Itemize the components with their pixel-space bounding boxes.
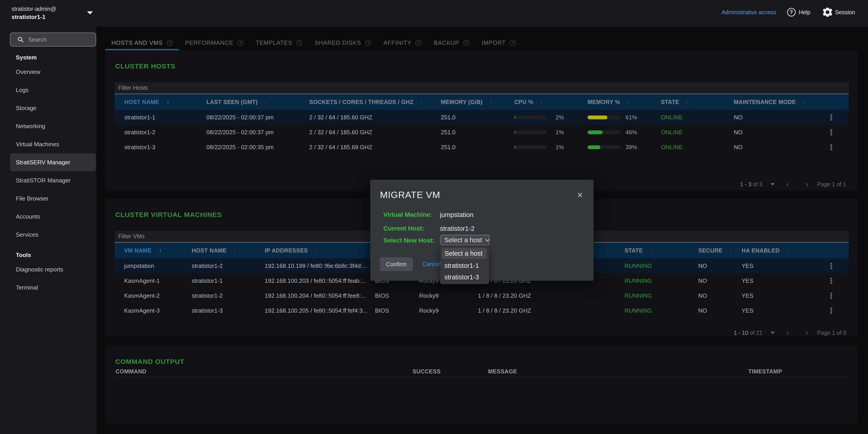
pagination-caret-icon[interactable] (771, 183, 775, 186)
host-row[interactable]: stratistor1-1 08/22/2025 - 02:00:37 pm 2… (115, 110, 849, 125)
vm-row[interactable]: KasmAgent-3 stratistor1-3 192.168.100.20… (115, 303, 849, 318)
col-maintenance-mode[interactable]: MAINTENANCE MODE↕ (734, 94, 805, 110)
next-page-icon[interactable]: › (805, 181, 809, 188)
row-actions-kebab-icon[interactable] (829, 140, 834, 155)
col-state[interactable]: STATE↕ (661, 94, 689, 110)
pagination-range[interactable]: 1 - 3 of 3 (740, 181, 763, 188)
tab-help-icon[interactable]: ? (167, 40, 173, 46)
col-vm-name[interactable]: VM NAME↑ (124, 243, 162, 258)
filter-hosts-input[interactable] (115, 82, 849, 94)
column-label: IP ADDRESSES (265, 247, 308, 254)
user-host-switcher[interactable]: stratistor-admin@ stratistor1-1 (0, 0, 96, 21)
col-command: COMMAND (116, 368, 147, 375)
column-label: VM NAME (124, 247, 152, 254)
sort-icon: ↕ (729, 248, 732, 254)
dropdown-option-stratistor1-1[interactable]: stratistor1-1 (444, 262, 479, 270)
row-actions-kebab-icon[interactable] (829, 110, 834, 125)
prev-page-icon[interactable]: ‹ (786, 181, 789, 188)
sidebar-item-overview[interactable]: Overview (10, 63, 96, 81)
sidebar-item-file-browser[interactable]: File Browser (10, 189, 96, 208)
dropdown-option-stratistor1-3[interactable]: stratistor1-3 (444, 274, 479, 281)
select-host-dropdown[interactable]: Select a host (440, 235, 489, 245)
cell-vm-name: KasmAgent-2 (124, 288, 160, 303)
next-page-icon[interactable]: › (805, 329, 809, 336)
search-input[interactable] (28, 36, 85, 43)
masthead: Administrative access ? Help Session (0, 0, 868, 27)
cell-state: ONLINE (661, 110, 683, 125)
column-label: STATE (661, 99, 679, 105)
col-host-name[interactable]: HOST NAME↕ (192, 243, 236, 258)
col-cpu-pct[interactable]: CPU %↕ (514, 94, 543, 110)
sidebar-item-networking[interactable]: Networking (10, 117, 96, 135)
sidebar-item-logs[interactable]: Logs (10, 81, 96, 99)
row-actions-kebab-icon[interactable] (829, 125, 834, 140)
progress-track (587, 130, 620, 134)
vms-pagination: 1 - 10 of 21 ‹ › Page 1 of 3 (734, 329, 846, 336)
host-row[interactable]: stratistor1-2 08/22/2025 - 02:00:37 pm 2… (115, 125, 849, 140)
sidebar-item-storage[interactable]: Storage (10, 99, 96, 117)
sidebar-item-accounts[interactable]: Accounts (10, 208, 96, 225)
pagination-range[interactable]: 1 - 10 of 21 (734, 330, 763, 336)
dropdown-option-placeholder[interactable]: Select a host (442, 248, 487, 259)
sort-icon: ↕ (786, 248, 789, 254)
col-state[interactable]: STATE↕ (625, 243, 652, 258)
col-ha-enabled[interactable]: HA ENABLED↕ (742, 243, 789, 258)
row-actions-kebab-icon[interactable] (829, 288, 834, 303)
sidebar-item-stratistor-manager[interactable]: StratiSTOR Manager (10, 171, 96, 189)
tab-label: BACKUP (434, 39, 459, 46)
modal-title: MIGRATE VM (380, 190, 440, 200)
column-label: HOST NAME (124, 99, 159, 105)
close-icon[interactable]: ✕ (577, 191, 583, 199)
tab-performance[interactable]: PERFORMANCE ? (179, 27, 250, 50)
tab-help-icon[interactable]: ? (365, 40, 371, 46)
col-sockets[interactable]: SOCKETS / CORES / THREADS / GHZ↕ (309, 94, 423, 110)
row-actions-kebab-icon[interactable] (829, 303, 834, 318)
col-memory-gib[interactable]: MEMORY (GiB)↕ (441, 94, 492, 110)
column-label: HOST NAME (192, 247, 227, 254)
host-dropdown-menu: Select a host stratistor1-1 stratistor1-… (440, 246, 489, 284)
tab-affinity[interactable]: AFFINITY ? (377, 27, 428, 50)
tab-hosts-and-vms[interactable]: HOSTS AND VMS ? (105, 27, 179, 50)
confirm-button[interactable]: Confirm (380, 257, 413, 271)
sidebar-item-services[interactable]: Services (10, 225, 96, 244)
tab-help-icon[interactable]: ? (237, 40, 243, 46)
vm-row[interactable]: KasmAgent-2 stratistor1-2 192.168.100.20… (115, 288, 849, 303)
help-menu[interactable]: ? Help (787, 8, 810, 17)
tab-help-icon[interactable]: ? (296, 40, 303, 46)
sidebar-item-stratiserv-manager[interactable]: StratiSERV Manager (10, 153, 96, 171)
prev-page-icon[interactable]: ‹ (786, 329, 789, 336)
col-ip-addresses[interactable]: IP ADDRESSES↕ (265, 243, 317, 258)
tab-import[interactable]: IMPORT ? (475, 27, 522, 50)
row-actions-kebab-icon[interactable] (829, 258, 834, 273)
col-memory-pct[interactable]: MEMORY %↕ (587, 94, 630, 110)
tab-templates[interactable]: TEMPLATES ? (250, 27, 309, 50)
host-switcher-caret-icon[interactable] (87, 11, 93, 14)
administrative-access-link[interactable]: Administrative access (721, 9, 776, 16)
cancel-link[interactable]: Cancel (422, 260, 440, 268)
col-host-name[interactable]: HOST NAME↑ (124, 94, 170, 110)
tab-help-icon[interactable]: ? (463, 40, 469, 46)
cell-state: ONLINE (661, 125, 683, 140)
sidebar-search[interactable] (10, 33, 96, 46)
sidebar-item-diagnostic-reports[interactable]: Diagnostic reports (10, 260, 96, 278)
search-icon (17, 36, 24, 43)
tab-help-icon[interactable]: ? (510, 40, 516, 46)
sidebar-item-terminal[interactable]: Terminal (10, 278, 96, 297)
sort-icon: ↕ (315, 248, 318, 254)
field-label: Select New Host: (383, 237, 440, 244)
col-last-seen[interactable]: LAST SEEN (GMT)↕ (206, 94, 267, 110)
col-secure[interactable]: SECURE↕ (698, 243, 732, 258)
tab-backup[interactable]: BACKUP ? (428, 27, 475, 50)
tab-shared-disks[interactable]: SHARED DISKS ? (309, 27, 377, 50)
cell-sockets: 2 / 32 / 64 / 185.69 GHZ (309, 140, 372, 155)
masthead-actions: Administrative access ? Help Session (721, 8, 855, 17)
cpu-progress: 1% (514, 140, 564, 155)
host-row[interactable]: stratistor1-3 08/22/2025 - 02:00:35 pm 2… (115, 140, 849, 155)
cell-host-name: stratistor1-2 (192, 258, 223, 273)
sidebar-item-virtual-machines[interactable]: Virtual Machines (10, 135, 96, 153)
pagination-caret-icon[interactable] (771, 332, 775, 334)
session-menu[interactable]: Session (823, 8, 855, 17)
tab-help-icon[interactable]: ? (415, 40, 422, 46)
row-actions-kebab-icon[interactable] (829, 273, 834, 288)
cell-state: ONLINE (661, 140, 683, 155)
